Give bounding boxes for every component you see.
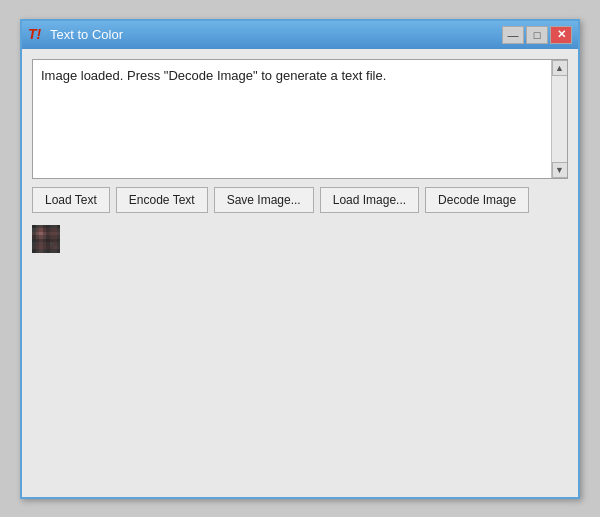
main-window: T! Text to Color — □ ✕ Image loaded. Pre… (20, 19, 580, 499)
title-bar: T! Text to Color — □ ✕ (22, 21, 578, 49)
decode-image-button[interactable]: Decode Image (425, 187, 529, 213)
output-textarea-wrapper: Image loaded. Press "Decode Image" to ge… (32, 59, 568, 179)
title-bar-left: T! Text to Color (28, 27, 123, 43)
scroll-down-button[interactable]: ▼ (552, 162, 568, 178)
scroll-up-button[interactable]: ▲ (552, 60, 568, 76)
encode-text-button[interactable]: Encode Text (116, 187, 208, 213)
maximize-button[interactable]: □ (526, 26, 548, 44)
save-image-button[interactable]: Save Image... (214, 187, 314, 213)
minimize-button[interactable]: — (502, 26, 524, 44)
load-text-button[interactable]: Load Text (32, 187, 110, 213)
pixel-cell (57, 249, 61, 253)
image-thumbnail (32, 225, 60, 253)
content-area: Image loaded. Press "Decode Image" to ge… (22, 49, 578, 497)
output-textarea[interactable]: Image loaded. Press "Decode Image" to ge… (33, 60, 551, 178)
image-preview-area (32, 221, 568, 487)
scrollbar-track[interactable] (552, 76, 567, 162)
window-title: Text to Color (50, 27, 123, 42)
scrollbar: ▲ ▼ (551, 60, 567, 178)
title-bar-controls: — □ ✕ (502, 26, 572, 44)
button-row: Load Text Encode Text Save Image... Load… (32, 187, 568, 213)
pixel-grid (32, 225, 60, 253)
app-icon: T! (28, 27, 44, 43)
close-button[interactable]: ✕ (550, 26, 572, 44)
load-image-button[interactable]: Load Image... (320, 187, 419, 213)
